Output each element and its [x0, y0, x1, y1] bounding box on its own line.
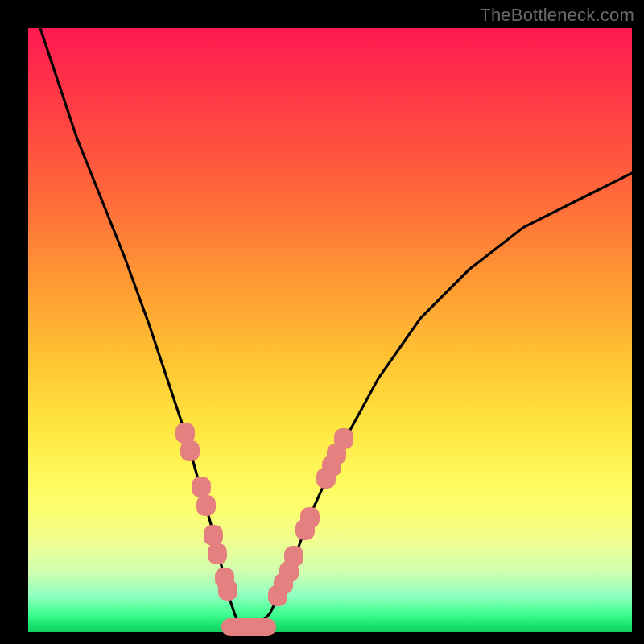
watermark-text: TheBottleneck.com: [480, 5, 634, 26]
data-marker: [180, 440, 200, 461]
chart-frame: TheBottleneck.com: [0, 0, 644, 644]
data-marker: [284, 546, 303, 567]
data-marker: [208, 543, 227, 564]
data-marker: [204, 525, 223, 546]
data-marker: [221, 618, 276, 636]
data-marker: [300, 507, 320, 528]
curve-svg: [28, 28, 632, 632]
data-marker: [334, 428, 353, 449]
bottleneck-curve: [40, 28, 632, 626]
data-marker: [196, 495, 216, 516]
plot-area: [28, 28, 632, 632]
data-marker: [218, 580, 237, 601]
